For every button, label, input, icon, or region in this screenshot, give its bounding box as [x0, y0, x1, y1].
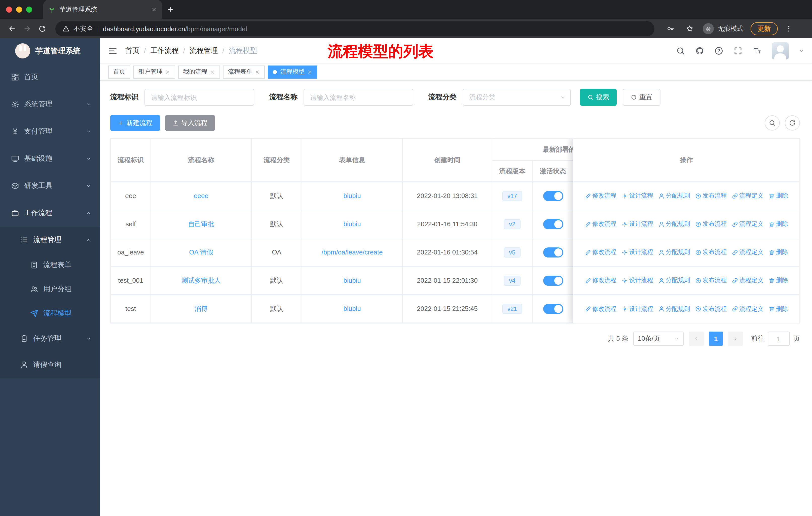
process-name-link[interactable]: 测试多审批人 [181, 276, 221, 285]
menu-fold-icon[interactable] [108, 46, 117, 55]
close-icon[interactable] [165, 69, 170, 74]
window-close-button[interactable] [6, 6, 12, 12]
sidebar-item-system[interactable]: 系统管理 [0, 91, 100, 118]
form-info-link[interactable]: biubiu [343, 192, 361, 199]
action-process-definition[interactable]: 流程定义 [732, 248, 763, 256]
close-icon[interactable] [255, 69, 260, 74]
font-size-icon[interactable] [753, 46, 762, 55]
action-delete[interactable]: 删除 [768, 305, 788, 313]
action-publish-process[interactable]: 发布流程 [695, 276, 727, 285]
process-name-link[interactable]: 滔博 [195, 304, 208, 313]
action-publish-process[interactable]: 发布流程 [695, 191, 727, 200]
sidebar-item-devtools[interactable]: 研发工具 [0, 172, 100, 199]
action-assign-rule[interactable]: 分配规则 [658, 305, 690, 313]
breadcrumb-item[interactable]: 首页 [125, 46, 150, 55]
search-button[interactable]: 搜索 [580, 89, 617, 106]
action-delete[interactable]: 删除 [768, 248, 788, 256]
sidebar-item-task-management[interactable]: 任务管理 [0, 326, 100, 352]
url-bar[interactable]: 不安全 | dashboard.yudao.iocoder.cn/bpm/man… [55, 21, 655, 36]
version-tag[interactable]: v17 [502, 191, 522, 201]
search-icon[interactable] [676, 46, 685, 55]
forward-button[interactable] [21, 23, 33, 35]
tag-home[interactable]: 首页 [108, 65, 130, 78]
process-name-link[interactable]: OA 请假 [189, 248, 213, 257]
process-name-link[interactable]: 自己审批 [188, 219, 214, 228]
action-process-definition[interactable]: 流程定义 [732, 220, 763, 228]
sidebar-item-user-group[interactable]: 用户分组 [0, 277, 100, 301]
action-assign-rule[interactable]: 分配规则 [658, 276, 690, 285]
github-icon[interactable] [695, 46, 704, 55]
action-design-process[interactable]: 设计流程 [621, 191, 653, 200]
version-tag[interactable]: v21 [502, 304, 522, 314]
back-button[interactable] [6, 23, 18, 35]
toggle-search-button[interactable] [765, 115, 780, 131]
tag-process-form[interactable]: 流程表单 [223, 65, 265, 78]
action-modify-process[interactable]: 修改流程 [585, 248, 616, 256]
action-delete[interactable]: 删除 [768, 191, 788, 200]
sidebar-item-process-model[interactable]: 流程模型 [0, 301, 100, 326]
next-page-button[interactable] [728, 332, 743, 346]
fullscreen-icon[interactable] [733, 46, 743, 55]
action-delete[interactable]: 删除 [768, 220, 788, 228]
active-toggle[interactable] [543, 247, 563, 257]
process-id-input[interactable] [144, 89, 254, 106]
tag-my-process[interactable]: 我的流程 [178, 65, 220, 78]
form-info-link[interactable]: biubiu [343, 305, 361, 313]
action-modify-process[interactable]: 修改流程 [585, 220, 616, 228]
prev-page-button[interactable] [689, 332, 704, 346]
window-zoom-button[interactable] [26, 6, 32, 12]
action-modify-process[interactable]: 修改流程 [585, 305, 616, 313]
version-tag[interactable]: v4 [504, 275, 520, 286]
action-design-process[interactable]: 设计流程 [621, 220, 653, 228]
active-toggle[interactable] [543, 191, 563, 201]
action-process-definition[interactable]: 流程定义 [732, 191, 763, 200]
form-info-link[interactable]: /bpm/oa/leave/create [322, 248, 383, 256]
active-toggle[interactable] [543, 275, 563, 286]
action-assign-rule[interactable]: 分配规则 [658, 191, 690, 200]
form-info-link[interactable]: biubiu [343, 220, 361, 228]
window-minimize-button[interactable] [16, 6, 22, 12]
form-info-link[interactable]: biubiu [343, 277, 361, 284]
tab-close-icon[interactable] [151, 6, 157, 12]
sidebar-item-process-management[interactable]: 流程管理 [0, 227, 100, 253]
process-category-select[interactable]: 流程分类 [463, 89, 571, 106]
action-publish-process[interactable]: 发布流程 [695, 220, 727, 228]
page-size-select[interactable]: 10条/页 [633, 332, 684, 346]
version-tag[interactable]: v5 [504, 247, 520, 257]
create-process-button[interactable]: 新建流程 [110, 115, 160, 131]
action-publish-process[interactable]: 发布流程 [695, 305, 727, 313]
sidebar-item-infrastructure[interactable]: 基础设施 [0, 145, 100, 172]
app-logo[interactable]: 芋道管理系统 [0, 38, 100, 63]
breadcrumb-item[interactable]: 工作流程 [150, 46, 190, 55]
tag-tenant[interactable]: 租户管理 [134, 65, 175, 78]
update-button[interactable]: 更新 [751, 22, 778, 35]
close-icon[interactable] [307, 69, 312, 74]
tag-process-model[interactable]: 流程模型 [268, 65, 317, 78]
action-delete[interactable]: 删除 [768, 276, 788, 285]
action-design-process[interactable]: 设计流程 [621, 305, 653, 313]
sidebar-item-payment[interactable]: 支付管理 [0, 118, 100, 145]
close-icon[interactable] [210, 69, 215, 74]
help-icon[interactable] [714, 46, 723, 55]
page-number-button[interactable]: 1 [709, 332, 723, 346]
action-process-definition[interactable]: 流程定义 [732, 276, 763, 285]
refresh-table-button[interactable] [785, 115, 800, 131]
sidebar-item-home[interactable]: 首页 [0, 63, 100, 91]
breadcrumb-item[interactable]: 流程管理 [190, 46, 229, 55]
action-design-process[interactable]: 设计流程 [621, 248, 653, 256]
process-name-link[interactable]: eeee [194, 192, 208, 199]
active-toggle[interactable] [543, 304, 563, 314]
import-process-button[interactable]: 导入流程 [165, 115, 215, 131]
action-publish-process[interactable]: 发布流程 [695, 248, 727, 256]
browser-menu-icon[interactable] [785, 25, 793, 33]
new-tab-button[interactable] [167, 6, 174, 13]
action-assign-rule[interactable]: 分配规则 [658, 248, 690, 256]
action-modify-process[interactable]: 修改流程 [585, 276, 616, 285]
active-toggle[interactable] [543, 219, 563, 229]
reload-button[interactable] [36, 23, 48, 35]
browser-tab[interactable]: 芋道管理系统 [43, 0, 162, 19]
reset-button[interactable]: 重置 [623, 89, 661, 106]
sidebar-item-leave-query[interactable]: 请假查询 [0, 352, 100, 378]
password-key-icon[interactable] [665, 23, 676, 35]
sidebar-item-process-form[interactable]: 流程表单 [0, 253, 100, 277]
